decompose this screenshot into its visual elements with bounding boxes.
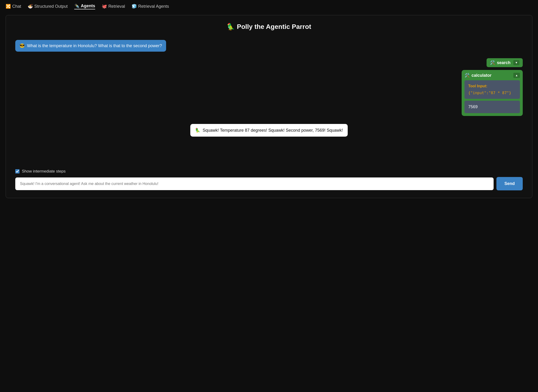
main-container: 🦜 Polly the Agentic Parrot 😎 What is the… [6, 15, 532, 198]
tool-area: 🛠️ search ▼ 🛠️ calculator ▲ Tool Input: … [462, 58, 523, 116]
nav-item-agents[interactable]: ✒️Agents [74, 3, 95, 9]
user-emoji: 😎 [19, 43, 25, 48]
nav-item-retrieval[interactable]: 🐙Retrieval [102, 4, 125, 9]
nav-emoji-chat: 🔀 [6, 4, 11, 9]
chat-area: 😎 What is the temperature in Honolulu? W… [15, 40, 523, 163]
search-tool-emoji: 🛠️ [490, 60, 495, 65]
tool-input-box: Tool Input: {"input":"87 * 87"} [464, 80, 520, 99]
page-title: 🦜 Polly the Agentic Parrot [15, 23, 523, 31]
calculator-label: calculator [472, 73, 491, 78]
chat-input[interactable] [15, 177, 494, 190]
calculator-emoji: 🛠️ [464, 73, 470, 78]
nav-emoji-retrieval: 🐙 [102, 4, 107, 9]
assistant-emoji: 🦜 [195, 128, 200, 133]
intermediate-steps-label: Show intermediate steps [22, 169, 66, 174]
user-message-bubble: 😎 What is the temperature in Honolulu? W… [15, 40, 166, 52]
nav-label-agents: Agents [81, 4, 95, 9]
search-tool-dropdown[interactable]: ▼ [513, 60, 519, 65]
tool-input-value: {"input":"87 * 87"} [468, 91, 516, 95]
nav-label-structured-output: Structured Output [34, 4, 68, 9]
user-message-text: What is the temperature in Honolulu? Wha… [27, 43, 162, 48]
assistant-message-bubble: 🦜 Squawk! Temperature 87 degrees! Squawk… [190, 124, 347, 137]
nav-label-retrieval-agents: Retrieval Agents [138, 4, 169, 9]
tool-output-value: 7569 [468, 104, 516, 109]
tool-output-box: 7569 [464, 101, 520, 113]
intermediate-steps-row: Show intermediate steps [15, 169, 523, 174]
calculator-collapse-button[interactable]: ▲ [513, 73, 520, 78]
calculator-tool: 🛠️ calculator ▲ Tool Input: {"input":"87… [462, 70, 523, 116]
assistant-message-text: Squawk! Temperature 87 degrees! Squawk! … [203, 128, 343, 133]
nav-item-chat[interactable]: 🔀Chat [6, 4, 21, 9]
search-tool-badge[interactable]: 🛠️ search ▼ [486, 58, 523, 67]
nav-emoji-agents: ✒️ [74, 3, 79, 9]
nav-item-retrieval-agents[interactable]: 🧊Retrieval Agents [132, 4, 169, 9]
input-row: Send [15, 177, 523, 190]
send-button[interactable]: Send [496, 177, 523, 190]
nav-emoji-retrieval-agents: 🧊 [132, 4, 137, 9]
calculator-title: 🛠️ calculator [464, 73, 491, 78]
nav-label-chat: Chat [12, 4, 21, 9]
calculator-header: 🛠️ calculator ▲ [464, 73, 520, 78]
nav-label-retrieval: Retrieval [108, 4, 125, 9]
intermediate-steps-checkbox[interactable] [15, 169, 19, 173]
nav-item-structured-output[interactable]: 🍜Structured Output [28, 4, 68, 9]
tool-input-label: Tool Input: [468, 84, 516, 88]
nav-emoji-structured-output: 🍜 [28, 4, 33, 9]
bottom-area: Show intermediate steps Send [15, 169, 523, 190]
top-nav: 🔀Chat🍜Structured Output✒️Agents🐙Retrieva… [0, 0, 538, 13]
search-tool-label: search [497, 60, 510, 65]
